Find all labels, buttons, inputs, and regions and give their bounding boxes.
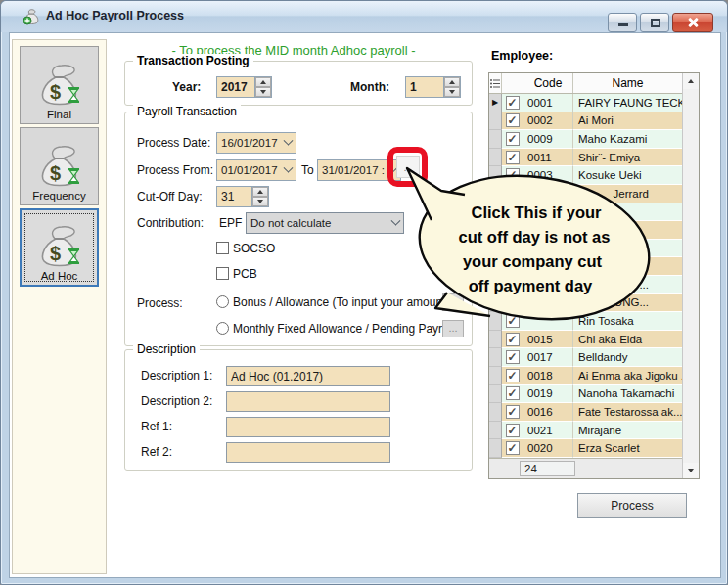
row-selector[interactable] — [489, 221, 502, 240]
row-checkbox[interactable]: ✓ — [506, 350, 520, 364]
row-checkbox[interactable]: ✓ — [506, 278, 520, 292]
row-selector[interactable] — [489, 130, 502, 149]
row-checkbox[interactable]: ✓ — [506, 113, 520, 127]
scroll-down-button[interactable] — [683, 463, 699, 478]
table-row[interactable]: ✓0009Maho Kazami — [489, 130, 682, 149]
code-column-header[interactable]: Code — [523, 73, 573, 93]
ref2-field[interactable] — [226, 442, 390, 463]
cutoff-more-button[interactable]: ... — [396, 156, 420, 178]
process-from-combo[interactable]: 01/01/2017 — [216, 159, 296, 181]
row-checkbox[interactable]: ✓ — [506, 333, 520, 346]
table-row[interactable]: ▶✓0001FAIRY FAUNG TECK... — [489, 94, 682, 112]
table-row[interactable]: ✓0015Chi aka Elda — [489, 331, 682, 349]
scroll-up-button[interactable] — [683, 73, 699, 89]
table-row[interactable]: ✓Rin Tosaka — [489, 312, 682, 331]
row-selector[interactable] — [489, 276, 502, 294]
table-row[interactable]: ✓0021Mirajane — [489, 422, 682, 440]
maximize-button[interactable] — [640, 13, 669, 32]
table-scrollbar[interactable] — [682, 73, 699, 478]
row-checkbox[interactable]: ✓ — [506, 168, 520, 182]
row-selector[interactable] — [489, 166, 502, 185]
row-checkbox[interactable]: ✓ — [506, 132, 520, 146]
table-row[interactable]: ✓ — [489, 203, 682, 222]
bonus-allowance-radio[interactable] — [216, 295, 229, 308]
row-checkbox[interactable]: ✓ — [506, 405, 520, 419]
row-selector[interactable] — [489, 112, 502, 131]
table-row[interactable]: ✓agon ... — [489, 276, 682, 294]
table-row[interactable]: ✓0020Erza Scarlet — [489, 439, 682, 458]
row-checkbox[interactable]: ✓ — [506, 259, 520, 273]
sidebar-button-adhoc[interactable]: Ad Hoc — [20, 208, 99, 287]
process-date-combo[interactable]: 16/01/2017 — [216, 132, 296, 154]
table-row[interactable]: ✓0017Belldandy — [489, 348, 682, 367]
row-selector[interactable] — [489, 439, 502, 458]
month-stepper[interactable]: 1 — [405, 76, 461, 98]
table-row[interactable]: ✓ — [489, 257, 682, 276]
cutoff-down-button[interactable] — [252, 197, 268, 206]
table-row[interactable]: ✓0002Ai Mori — [489, 112, 682, 131]
row-selector[interactable] — [489, 294, 502, 313]
monthly-fixed-radio[interactable] — [216, 322, 229, 335]
row-selector[interactable] — [489, 403, 502, 422]
row-selector[interactable] — [489, 240, 502, 258]
socso-checkbox[interactable] — [216, 242, 229, 254]
row-selector[interactable] — [489, 348, 502, 367]
table-row[interactable]: ✓0018Ai Enma aka Jigoku ... — [489, 367, 682, 385]
table-row[interactable]: ✓0011Shir¨- Emiya — [489, 149, 682, 167]
row-checkbox[interactable]: ✓ — [506, 187, 520, 201]
year-up-button[interactable] — [255, 77, 271, 87]
sidebar-button-final[interactable]: Final — [20, 46, 99, 124]
table-row[interactable]: ✓AIRY FAUNG... — [489, 294, 682, 313]
table-row[interactable]: ✓ — [489, 240, 682, 258]
row-selector[interactable] — [489, 385, 502, 404]
minimize-button[interactable] — [608, 13, 637, 32]
current-row-indicator[interactable]: ▶ — [489, 94, 502, 112]
row-selector[interactable] — [489, 149, 502, 167]
year-down-button[interactable] — [255, 87, 271, 97]
process-to-combo[interactable]: 31/01/2017 : — [317, 159, 401, 181]
cutoff-up-button[interactable] — [252, 187, 268, 197]
row-checkbox[interactable]: ✓ — [506, 151, 520, 164]
group-title: Description — [133, 342, 200, 356]
row-selector[interactable] — [489, 312, 502, 331]
row-checkbox[interactable]: ✓ — [506, 223, 520, 237]
row-checkbox[interactable]: ✓ — [506, 441, 520, 455]
name-column-header[interactable]: Name — [573, 73, 682, 93]
row-checkbox[interactable]: ✓ — [506, 369, 520, 382]
monthly-more-button[interactable]: ... — [442, 320, 464, 338]
title-bar[interactable]: Ad Hoc Payroll Process — [1, 1, 727, 32]
checkbox-column-header[interactable] — [502, 73, 523, 93]
row-selector[interactable] — [489, 367, 502, 385]
row-checkbox[interactable]: ✓ — [506, 424, 520, 437]
description2-field[interactable] — [226, 391, 390, 412]
sidebar-button-frequency[interactable]: Frequency — [20, 127, 99, 205]
table-row[interactable]: ✓0016Fate Testarossa ak... — [489, 403, 682, 422]
row-checkbox[interactable]: ✓ — [506, 295, 520, 309]
row-checkbox[interactable]: ✓ — [506, 242, 520, 255]
month-down-button[interactable] — [444, 87, 460, 97]
grid-properties-icon[interactable] — [489, 73, 502, 93]
bonus-more-button[interactable]: ... — [442, 293, 464, 311]
table-row[interactable]: ✓ — [489, 221, 682, 240]
row-checkbox[interactable]: ✓ — [506, 204, 520, 218]
pcb-checkbox[interactable] — [216, 267, 229, 280]
row-checkbox[interactable]: ✓ — [506, 314, 520, 328]
epf-combo[interactable]: Do not calculate — [246, 212, 404, 234]
description1-field[interactable] — [226, 366, 390, 386]
table-row[interactable]: ✓0003Kosuke Ueki — [489, 166, 682, 185]
ref1-field[interactable] — [226, 417, 390, 437]
row-selector[interactable] — [489, 203, 502, 222]
row-selector[interactable] — [489, 185, 502, 203]
process-button[interactable]: Process — [577, 493, 687, 518]
table-row[interactable]: ✓Jerrard — [489, 185, 682, 203]
year-stepper[interactable]: 2017 — [216, 76, 272, 98]
row-selector[interactable] — [489, 331, 502, 349]
close-button[interactable] — [672, 13, 713, 32]
cutoff-day-stepper[interactable]: 31 — [216, 186, 269, 207]
row-selector[interactable] — [489, 422, 502, 440]
table-row[interactable]: ✓0019Nanoha Takamachi — [489, 385, 682, 404]
row-selector[interactable] — [489, 257, 502, 276]
month-up-button[interactable] — [444, 77, 460, 87]
row-checkbox[interactable]: ✓ — [506, 96, 520, 110]
row-checkbox[interactable]: ✓ — [506, 386, 520, 400]
